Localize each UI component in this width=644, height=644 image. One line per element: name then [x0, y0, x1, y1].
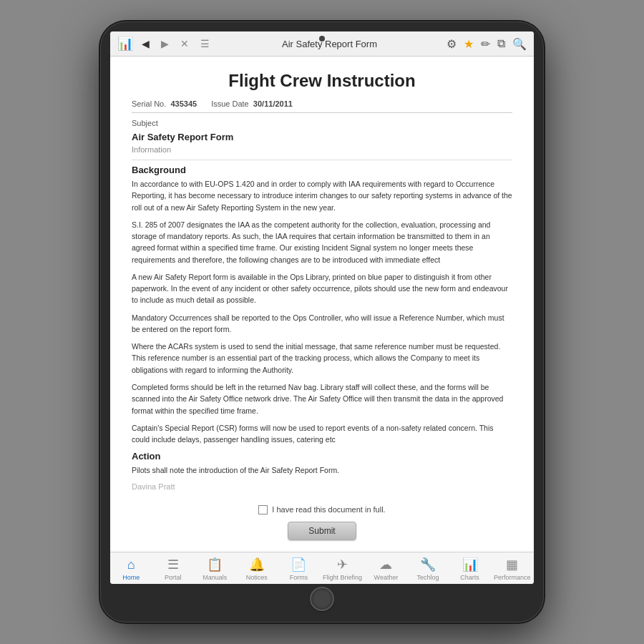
flight-briefing-icon: ✈ [337, 557, 348, 572]
nav-item-flight-briefing[interactable]: ✈ Flight Briefing [323, 557, 362, 581]
nav-item-weather[interactable]: ☁ Weather [368, 557, 404, 581]
issue-date-label: Issue Date 30/11/2011 [211, 99, 293, 108]
document-content: Flight Crew Instruction Serial No. 43534… [110, 57, 534, 552]
nav-item-performance[interactable]: ▦ Performance [494, 557, 531, 581]
camera [319, 36, 325, 42]
paragraph-6: Completed forms should be left in the re… [132, 381, 512, 416]
star-icon[interactable]: ★ [464, 37, 474, 51]
paragraph-4: Mandatory Occurrences shall be reported … [132, 312, 512, 336]
signature: Davina Pratt [132, 482, 512, 491]
action-heading: Action [132, 451, 512, 462]
forms-label: Forms [290, 574, 308, 581]
list-button[interactable]: ☰ [197, 36, 213, 51]
copy-icon[interactable]: ⧉ [497, 37, 505, 50]
weather-icon: ☁ [379, 557, 392, 572]
nav-item-home[interactable]: ⌂ Home [113, 557, 149, 581]
paragraph-7: Captain's Special Report (CSR) forms wil… [132, 422, 512, 446]
flight-briefing-label: Flight Briefing [323, 574, 362, 581]
charts-icon: 📊 [462, 557, 478, 572]
form-section: I have read this document in full. Submi… [132, 498, 512, 547]
divider [132, 160, 512, 160]
info-label: Information [132, 145, 512, 154]
home-button-area [310, 584, 334, 613]
issue-date-value: 30/11/2011 [253, 99, 293, 108]
paragraph-2: S.I. 285 of 2007 designates the IAA as t… [132, 219, 512, 265]
edit-icon[interactable]: ✏ [481, 37, 490, 51]
nav-item-forms[interactable]: 📄 Forms [280, 557, 316, 581]
portal-label: Portal [165, 574, 182, 581]
subject-label: Subject [132, 119, 512, 127]
nav-item-portal[interactable]: ☰ Portal [155, 557, 191, 581]
charts-label: Charts [460, 574, 479, 581]
close-button[interactable]: ✕ [177, 36, 192, 51]
notices-icon: 🔔 [249, 557, 265, 572]
forward-button[interactable]: ▶ [158, 36, 172, 51]
portal-icon: ☰ [167, 557, 179, 572]
browser-title: Air Safety Report Form [218, 39, 441, 49]
serial-label: Serial No. 435345 [132, 99, 197, 108]
search-icon[interactable]: 🔍 [512, 37, 527, 51]
serial-value: 435345 [170, 99, 197, 108]
performance-label: Performance [494, 574, 531, 581]
gear-icon[interactable]: ⚙ [447, 37, 457, 51]
nav-item-charts[interactable]: 📊 Charts [452, 557, 488, 581]
back-button[interactable]: ◀ [139, 36, 152, 51]
checkbox-label: I have read this document in full. [272, 505, 385, 514]
tablet-device: 📊 ◀ ▶ ✕ ☰ Air Safety Report Form ⚙ ★ ✏ ⧉… [100, 21, 544, 623]
section-title: Air Safety Report Form [132, 132, 512, 142]
manuals-label: Manuals [203, 574, 227, 581]
background-heading: Background [132, 165, 512, 175]
browser-actions: ⚙ ★ ✏ ⧉ 🔍 [447, 37, 527, 51]
notices-label: Notices [246, 574, 268, 581]
document-meta: Serial No. 435345 Issue Date 30/11/2011 [132, 99, 512, 113]
paragraph-3: A new Air Safety Report form is availabl… [132, 271, 512, 306]
performance-icon: ▦ [506, 557, 518, 572]
tablet-screen: 📊 ◀ ▶ ✕ ☰ Air Safety Report Form ⚙ ★ ✏ ⧉… [110, 31, 534, 584]
weather-label: Weather [374, 574, 399, 581]
submit-button[interactable]: Submit [288, 522, 356, 540]
manuals-icon: 📋 [207, 557, 223, 572]
home-label: Home [122, 574, 140, 581]
checkbox-row: I have read this document in full. [258, 505, 385, 514]
action-text: Pilots shall note the introduction of th… [132, 464, 512, 476]
techlog-icon: 🔧 [420, 557, 436, 572]
read-checkbox[interactable] [258, 505, 268, 514]
home-icon: ⌂ [127, 557, 135, 572]
techlog-label: Techlog [417, 574, 439, 581]
home-button[interactable] [310, 587, 334, 611]
paragraph-5: Where the ACARs system is used to send t… [132, 341, 512, 376]
paragraph-1: In accordance to with EU-OPS 1.420 and i… [132, 178, 512, 213]
document-title: Flight Crew Instruction [132, 71, 512, 91]
forms-icon: 📄 [291, 557, 306, 572]
nav-item-manuals[interactable]: 📋 Manuals [197, 557, 233, 581]
nav-item-notices[interactable]: 🔔 Notices [239, 557, 275, 581]
app-icon: 📊 [117, 36, 133, 52]
bottom-nav: ⌂ Home ☰ Portal 📋 Manuals 🔔 Notices 📄 Fo… [110, 552, 534, 584]
nav-item-techlog[interactable]: 🔧 Techlog [410, 557, 446, 581]
